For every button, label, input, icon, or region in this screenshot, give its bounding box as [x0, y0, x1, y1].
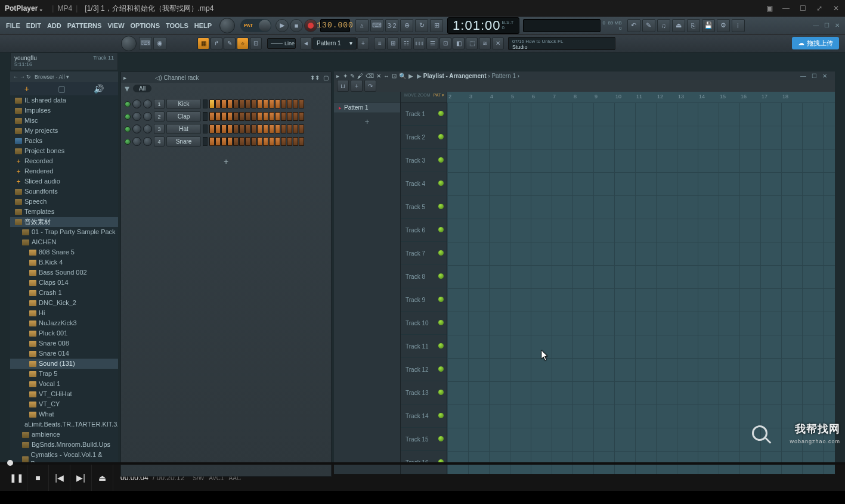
playlist-breadcrumb[interactable]: ▶ Playlist - Arrangement › Pattern 1 ›	[417, 73, 519, 79]
cr-filter-menu-icon[interactable]: ▾	[125, 83, 129, 94]
video-seek-bar[interactable]	[0, 462, 845, 465]
step[interactable]	[299, 112, 304, 121]
loop-rec-icon[interactable]: ↻	[415, 19, 428, 32]
view-browser-icon[interactable]: ☰	[426, 38, 438, 49]
step[interactable]	[245, 125, 250, 133]
tree-item[interactable]: Snare 008	[10, 338, 118, 349]
tree-item[interactable]: My projects	[10, 126, 118, 136]
pl-tool-draw-icon[interactable]: ✎	[350, 73, 355, 79]
tree-item[interactable]: Misc	[10, 116, 118, 126]
thumb-icon[interactable]: ▣	[765, 4, 773, 13]
time-display[interactable]: 1:01:00B.S.T0	[447, 17, 519, 34]
browser-tab-strip[interactable]: + ▢ 🔊	[10, 82, 118, 95]
channel-pan-knob[interactable]	[132, 137, 141, 146]
step[interactable]	[281, 125, 286, 133]
tree-item[interactable]: +Rendered	[10, 166, 118, 176]
track-header[interactable]: Track 7	[401, 242, 447, 265]
channel-mute-led[interactable]	[125, 101, 131, 107]
view-plugin1-icon[interactable]: ⊡	[439, 38, 451, 49]
step[interactable]	[239, 125, 244, 133]
fl-main-menu[interactable]: FILEEDITADDPATTERNSVIEWOPTIONSTOOLSHELP	[0, 21, 218, 30]
tree-item[interactable]: Crash 1	[10, 288, 118, 298]
tree-item[interactable]: NuJazzKick3	[10, 318, 118, 328]
tree-item[interactable]: Trap 5	[10, 369, 118, 379]
channel-pan-knob[interactable]	[132, 99, 141, 108]
tree-item[interactable]: Project bones	[10, 146, 118, 156]
tree-item[interactable]: +Recorded	[10, 156, 118, 166]
new-tab-icon[interactable]: +	[24, 84, 29, 94]
step[interactable]	[245, 112, 250, 121]
cr-menu-icon[interactable]: ▸	[123, 74, 126, 81]
pl-marker-icon[interactable]: ⊔	[337, 80, 349, 92]
pl-maximize-icon[interactable]: ☐	[810, 71, 818, 80]
close-icon[interactable]: ✕	[832, 4, 840, 13]
eject-button[interactable]: ⏏	[92, 465, 113, 491]
tool-draw-icon[interactable]: ↱	[211, 38, 222, 49]
step[interactable]	[293, 137, 298, 146]
track-header[interactable]: Track 1	[401, 102, 447, 126]
channel-vol-knob[interactable]	[143, 99, 152, 108]
step[interactable]	[221, 137, 227, 146]
add-pattern-button[interactable]: +	[334, 113, 400, 130]
fl-close-icon[interactable]: ✕	[833, 21, 841, 30]
browser-fwd-icon[interactable]: →	[20, 74, 25, 80]
fl-minimize-icon[interactable]: —	[812, 21, 820, 30]
overdub-icon[interactable]: ⊕	[400, 19, 413, 32]
cloud-upload-button[interactable]: ☁拖拽上传	[792, 37, 839, 49]
menu-add[interactable]: ADD	[45, 21, 64, 30]
tool-slice-icon[interactable]: ⟐	[237, 38, 249, 49]
pattern-selector[interactable]: Pattern 1▾	[312, 38, 357, 49]
step[interactable]	[221, 99, 227, 108]
channel-vol-knob[interactable]	[143, 125, 152, 133]
step[interactable]	[227, 112, 233, 121]
record-button[interactable]	[304, 19, 317, 32]
step-sequencer[interactable]	[209, 99, 304, 108]
export-icon[interactable]: ⏏	[672, 19, 685, 32]
step[interactable]	[245, 137, 250, 146]
playlist-grid[interactable]: 23456789101112131415161718	[447, 92, 835, 474]
minimize-icon[interactable]: —	[782, 4, 790, 13]
midi-in-icon[interactable]: ◉	[153, 37, 166, 50]
track-header[interactable]: Track 14	[401, 405, 447, 428]
countdown-icon[interactable]: 3·2	[385, 19, 398, 32]
step[interactable]	[269, 137, 274, 146]
fullscreen-icon[interactable]: ⤢	[815, 4, 824, 13]
step[interactable]	[209, 112, 215, 121]
channel-mute-led[interactable]	[125, 139, 131, 145]
track-mute-led[interactable]	[438, 390, 444, 395]
step[interactable]	[227, 137, 233, 146]
view-playlist-icon[interactable]: ▦	[197, 38, 209, 49]
tree-item[interactable]: Impulses	[10, 105, 118, 116]
channel-mute-led[interactable]	[125, 126, 131, 132]
snap-selector[interactable]: Line	[267, 38, 296, 49]
step[interactable]	[257, 99, 262, 108]
step-sequencer[interactable]	[209, 125, 304, 133]
channel-select[interactable]	[203, 125, 208, 133]
main-volume-knob[interactable]	[219, 18, 235, 33]
tree-item[interactable]: Templates	[10, 207, 118, 217]
player-menu[interactable]: PotPlayer⌄	[5, 4, 44, 13]
pattern-picker[interactable]: ▸Pattern 1 +	[334, 92, 401, 474]
settings-icon[interactable]: ⚙	[717, 19, 730, 32]
tree-item[interactable]: IL shared data	[10, 95, 118, 105]
tree-item[interactable]: What	[10, 409, 118, 419]
step[interactable]	[215, 137, 221, 146]
track-mute-led[interactable]	[438, 273, 444, 279]
step[interactable]	[281, 112, 286, 121]
channel-name-button[interactable]: Snare	[166, 136, 201, 147]
step[interactable]	[263, 112, 268, 121]
menu-help[interactable]: HELP	[192, 21, 214, 30]
pattern-item[interactable]: ▸Pattern 1	[334, 102, 400, 113]
pause-button[interactable]: ❚❚	[6, 465, 27, 491]
step[interactable]	[299, 137, 304, 146]
track-header[interactable]: Track 6	[401, 219, 447, 242]
track-mute-led[interactable]	[438, 134, 444, 139]
undo-icon[interactable]: ↶	[627, 19, 640, 32]
channel-number[interactable]: 1	[154, 99, 165, 109]
tree-item[interactable]: Speech	[10, 197, 118, 207]
tree-item[interactable]: VT_CHiHat	[10, 389, 118, 399]
step[interactable]	[257, 112, 262, 121]
pl-close-icon[interactable]: ✕	[821, 71, 829, 80]
step[interactable]	[287, 112, 292, 121]
tree-item[interactable]: Bass Sound 002	[10, 267, 118, 278]
